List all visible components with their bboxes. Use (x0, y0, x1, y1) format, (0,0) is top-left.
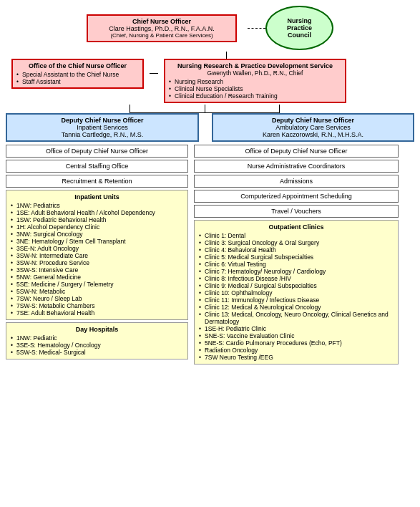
oc-12: 1SE-H: Pediatric Clinic (199, 325, 394, 332)
oc-11: Clinic 13: Medical, Oncology, Neuro Onco… (199, 311, 394, 325)
nursing-research-name: Gwenyth Wallen, Ph.D., R.N., Chief (169, 69, 341, 77)
nursing-research-title: Nursing Research & Practice Development … (169, 62, 341, 69)
inpatient-units-box: Inpatient Units 1NW: Pediatrics 1SE: Adu… (6, 190, 188, 320)
deputy-right-name: Karen Kaczorowski, R.N., M.H.S.A. (217, 131, 409, 138)
deputy-right-subtitle: Ambulatory Care Services (217, 124, 409, 131)
oc-15: Radiation Oncology (199, 347, 394, 354)
nursing-research-list: Nursing Research Clinical Nurse Speciali… (169, 78, 341, 100)
iu-1: 1SE: Adult Behavioral Health / Alcohol D… (11, 209, 183, 216)
day-hospitals-box: Day Hospitals 1NW: Pediatric 3SE-S: Hema… (6, 322, 188, 359)
main-columns: Office of Deputy Chief Nurse Officer Cen… (6, 145, 414, 364)
oc-2: Clinic 4: Behavioral Health (199, 246, 394, 254)
iu-0: 1NW: Pediatrics (11, 202, 183, 209)
left-sub-2: Central Staffing Office (6, 160, 188, 173)
right-sub-1: Office of Deputy Chief Nurse Officer (194, 145, 399, 158)
iu-9: 3SW-S: Intensive Care (11, 266, 183, 274)
right-sub-2: Nurse Administrative Coordinators (194, 160, 399, 173)
oc-9: Clinic 11: Immunology / Infectious Disea… (199, 296, 394, 304)
dh-2: 5SW-S: Medical- Surgical (11, 349, 183, 356)
outpatient-clinics-box: Outpatient Clinics Clinic 1: Dental Clin… (194, 220, 399, 364)
oc-4: Clinic 6: Virtual Testing (199, 261, 394, 268)
dh-0: 1NW: Pediatric (11, 334, 183, 342)
deputy-row: Deputy Chief Nurse Officer Inpatient Ser… (6, 113, 414, 142)
oc-5: Clinic 7: Hematology/ Neurology / Cardio… (199, 268, 394, 275)
iu-10: 5NW: General Medicine (11, 274, 183, 281)
deputy-right-box: Deputy Chief Nurse Officer Ambulatory Ca… (212, 113, 414, 142)
outpatient-list: Clinic 1: Dental Clinic 3: Surgical Onco… (199, 232, 394, 361)
inpatient-units-title: Inpatient Units (11, 193, 183, 201)
np-line2: Council (288, 32, 311, 39)
office-chief-list: Special Assistant to the Chief Nurse Sta… (16, 71, 139, 85)
chief-title: Chief Nurse Officer (92, 18, 232, 25)
iu-5: 3NE: Hematology / Stem Cell Transplant (11, 238, 183, 245)
office-chief-title: Office of the Chief Nurse Officer (16, 62, 139, 69)
deputy-left-name: Tannia Cartledge, R.N., M.S. (11, 131, 194, 138)
iu-11: 5SE: Medicine / Surgery / Telemetry (11, 281, 183, 288)
org-chart: Chief Nurse Officer Clare Hastings, Ph.D… (6, 6, 414, 364)
day-hospitals-title: Day Hospitals (11, 326, 183, 333)
iu-13: 7SW: Neuro / Sleep Lab (11, 295, 183, 302)
iu-7: 3SW-N: Intermediate Care (11, 252, 183, 259)
right-sub-3: Admissions (194, 175, 399, 188)
chief-nurse-box: Chief Nurse Officer Clare Hastings, Ph.D… (87, 14, 237, 42)
iu-3: 1H: Alcohol Dependency Clinic (11, 223, 183, 231)
deputy-left-box: Deputy Chief Nurse Officer Inpatient Ser… (6, 113, 199, 142)
iu-8: 3SW-N: Procedure Service (11, 259, 183, 266)
oc-0: Clinic 1: Dental (199, 232, 394, 239)
oc-10: Clinic 12: Medical & Neurological Oncolo… (199, 304, 394, 311)
office-chief-item-2: Staff Assistant (16, 78, 139, 85)
iu-6: 3SE-N: Adult Oncology (11, 245, 183, 252)
nr-item-2: Clinical Nurse Specialists (169, 85, 341, 92)
left-column: Office of Deputy Chief Nurse Officer Cen… (6, 145, 188, 364)
iu-12: 5SW-N: Metabolic (11, 288, 183, 295)
office-chief-nurse-box: Office of the Chief Nurse Officer Specia… (11, 59, 144, 89)
outpatient-title: Outpatient Clinics (199, 223, 394, 231)
oc-3: Clinic 5: Medical Surgical Subspecialtie… (199, 254, 394, 261)
right-sub-4: Computerized Appointment Scheduling (194, 190, 399, 203)
nr-item-1: Nursing Research (169, 78, 341, 85)
iu-15: 7SE: Adult Behavioral Health (11, 309, 183, 317)
deputy-left-subtitle: Inpatient Services (11, 124, 194, 131)
nursing-research-box: Nursing Research & Practice Development … (164, 59, 346, 103)
oc-14: 5NE-S: Cardio Pulmonary Procedures (Echo… (199, 339, 394, 347)
office-chief-item-1: Special Assistant to the Chief Nurse (16, 71, 139, 78)
iu-2: 1SW: Pediatric Behavioral Health (11, 216, 183, 223)
day-hospitals-list: 1NW: Pediatric 3SE-S: Hematology / Oncol… (11, 334, 183, 356)
oc-13: SNE-S: Vaccine Evaluation Clinic (199, 332, 394, 339)
chief-subtitle: (Chief, Nursing & Patient Care Services) (92, 32, 232, 39)
dh-1: 3SE-S: Hematology / Oncology (11, 342, 183, 349)
left-sub-1: Office of Deputy Chief Nurse Officer (6, 145, 188, 158)
inpatient-units-list: 1NW: Pediatrics 1SE: Adult Behavioral He… (11, 202, 183, 317)
oc-6: Clinic 8: Infectious Disease /HIV (199, 275, 394, 282)
nr-item-3: Clinical Education / Research Training (169, 92, 341, 100)
deputy-right-title: Deputy Chief Nurse Officer (217, 117, 409, 124)
oc-1: Clinic 3: Surgical Oncology & Oral Surge… (199, 239, 394, 246)
oc-8: Clinic 10: Ophthalmology (199, 289, 394, 296)
oc-16: 7SW Neuro Testing /EEG (199, 354, 394, 361)
deputy-left-title: Deputy Chief Nurse Officer (11, 117, 194, 124)
np-line1: Nursing Practice (274, 17, 325, 32)
nursing-practice-council: Nursing Practice Council (265, 6, 333, 50)
right-column: Office of Deputy Chief Nurse Officer Nur… (194, 145, 399, 364)
iu-14: 7SW-S: Metabolic Chambers (11, 302, 183, 309)
iu-4: 3NW: Surgical Oncology (11, 231, 183, 238)
oc-7: Clinic 9: Medical / Surgical Subspecialt… (199, 282, 394, 289)
chief-name: Clare Hastings, Ph.D., R.N., F.A.A.N. (92, 25, 232, 32)
left-sub-3: Recruitment & Retention (6, 175, 188, 188)
right-sub-5: Travel / Vouchers (194, 205, 399, 218)
